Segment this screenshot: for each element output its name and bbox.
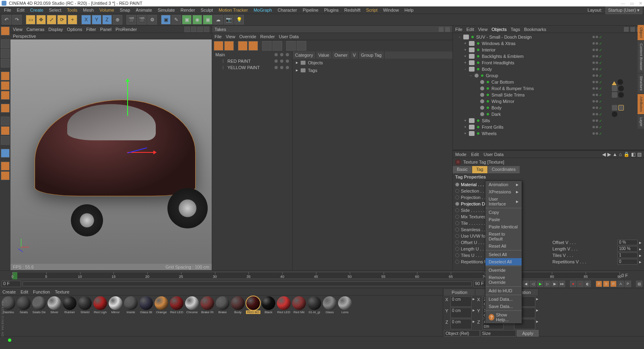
apply-button[interactable]: Apply	[517, 330, 539, 337]
ctx-xpressions[interactable]: XPressions▶	[485, 188, 522, 195]
undo-button[interactable]: ↶	[2, 15, 11, 25]
vp-menu-options[interactable]: Options	[67, 27, 82, 32]
planar-workplane[interactable]	[1, 171, 10, 180]
takes-menu-file[interactable]: File	[215, 34, 222, 39]
tl-dopesheet-button[interactable]: ▤	[636, 281, 642, 287]
obj-menu-view[interactable]: View	[478, 27, 488, 32]
vp-menu-prorender[interactable]: ProRender	[116, 27, 137, 32]
take-marked2-icon[interactable]	[297, 41, 306, 51]
y-axis-toggle[interactable]: Y	[92, 15, 101, 25]
material-lens[interactable]: Lens	[337, 296, 353, 316]
obj-group[interactable]: -Group✓	[453, 72, 644, 79]
attr-tab-basic[interactable]: Basic	[453, 166, 472, 173]
tag-icon[interactable]	[612, 111, 617, 117]
material-shield[interactable]: Shield	[77, 296, 93, 316]
vp-orbit-icon[interactable]	[197, 27, 203, 32]
material-silver[interactable]: Silver	[47, 296, 62, 316]
timeline-ruler[interactable]: 051015202530354045505560657075808590 0 F	[0, 270, 644, 280]
takes-menu-user-data[interactable]: User Data	[279, 34, 299, 39]
tl-range-slider[interactable]	[23, 281, 472, 286]
ctx-deselect-all[interactable]: Deselect All	[485, 258, 522, 265]
texture-mode[interactable]	[1, 49, 10, 58]
obj-menu-bookmarks[interactable]: Bookmarks	[524, 27, 546, 32]
menu-script[interactable]: Script	[364, 7, 380, 13]
deformer[interactable]: ▣	[203, 15, 213, 25]
tl-autokey-button[interactable]: ○	[577, 281, 584, 287]
attr-use-uvw-for-bump[interactable]: Use UVW for Bump . . . . . . . . .	[455, 233, 642, 239]
obj-menu-file[interactable]: File	[455, 27, 462, 32]
side-tab-object[interactable]: Object	[638, 25, 644, 40]
menu-animate[interactable]: Animate	[133, 7, 154, 13]
take-main[interactable]: Main	[212, 51, 292, 58]
menu-sculpt[interactable]: Sculpt	[198, 7, 216, 13]
obj-suv-small-dosch-design[interactable]: -SUV - Small - Dosch Design✓	[453, 34, 644, 40]
vp-menu-filter[interactable]: Filter	[86, 27, 96, 32]
material-red-led[interactable]: Red LED	[276, 296, 291, 316]
attr-repetitions-v[interactable]: Repetitions V . . .0▸	[553, 259, 642, 265]
edge-mode[interactable]	[1, 81, 10, 90]
make-editable[interactable]	[1, 27, 10, 35]
viewport-solo[interactable]	[1, 117, 10, 125]
tl-rot-toggle[interactable]: R	[610, 281, 617, 287]
tag-icon[interactable]	[612, 79, 617, 85]
material-rubber[interactable]: Rubber	[62, 296, 77, 316]
tl-nextkey-button[interactable]: ▶	[551, 281, 558, 287]
menu-create[interactable]: Create	[28, 7, 46, 13]
menu-simulate[interactable]: Simulate	[155, 7, 178, 13]
obj-front-headlights[interactable]: +Front Headlights✓	[453, 60, 644, 66]
take-lock-icon[interactable]	[224, 41, 234, 51]
attr-tab-tag[interactable]: Tag	[472, 166, 488, 173]
obj-body[interactable]: -Body✓	[453, 66, 644, 72]
material-red-ligh[interactable]: Red Ligh	[93, 296, 108, 316]
material-glass-bl[interactable]: Glass Bl	[138, 296, 154, 316]
vp-menu-view[interactable]: View	[13, 27, 23, 32]
workplane[interactable]	[1, 149, 10, 158]
tl-last-button[interactable]: ⏭	[559, 281, 565, 287]
takes-menu-view[interactable]: View	[226, 34, 235, 39]
environment[interactable]: ☁	[213, 15, 223, 25]
snap-settings[interactable]	[1, 136, 10, 145]
x-axis-toggle[interactable]: X	[81, 15, 91, 25]
obj-sills[interactable]: +Sills✓	[453, 117, 644, 124]
attr-side[interactable]: Side . . . . . . . . .	[455, 207, 642, 214]
menu-mesh[interactable]: Mesh	[80, 7, 96, 13]
workplane-mode[interactable]	[1, 59, 10, 68]
tag-icon[interactable]	[612, 92, 617, 98]
vp-menu-panel[interactable]: Panel	[100, 27, 111, 32]
mat-menu-texture[interactable]: Texture	[55, 289, 69, 294]
obj-small-side-trims[interactable]: Small Side Trims✓	[453, 92, 644, 98]
camera[interactable]: 📷	[224, 15, 233, 25]
generator[interactable]: ◉	[192, 15, 202, 25]
mat-menu-create[interactable]: Create	[2, 289, 16, 294]
menu-snap[interactable]: Snap	[118, 7, 133, 13]
cube-primitive[interactable]: ▣	[161, 15, 171, 25]
material-red-bo[interactable]: RED BO	[246, 296, 261, 316]
take-yellow-paint[interactable]: ⸽YELLOW PAINT	[212, 64, 292, 71]
maximize-button[interactable]: ▭	[630, 1, 634, 6]
subdivision[interactable]: ▣	[182, 15, 192, 25]
panel-menu-icon[interactable]	[439, 27, 444, 32]
menu-volume[interactable]: Volume	[97, 7, 117, 13]
attr-menu-user-data[interactable]: User Data	[484, 152, 504, 157]
attr-menu-edit[interactable]: Edit	[471, 152, 479, 157]
menu-redshift[interactable]: Redshift	[342, 7, 363, 13]
takes-tree[interactable]: Main⸽RED PAINT⸽YELLOW PAINT	[212, 51, 293, 270]
attr-length-v[interactable]: Length V . . .100 %▸	[553, 246, 642, 252]
obj-interior[interactable]: +Interior✓	[453, 47, 644, 53]
tag-icon[interactable]	[618, 92, 624, 98]
take-render-icon[interactable]	[262, 41, 272, 51]
coord-system[interactable]: ⊕	[113, 15, 122, 25]
take-new-icon[interactable]	[238, 41, 248, 51]
take-auto-icon[interactable]	[214, 41, 223, 51]
coord-size-dropdown[interactable]: Size	[481, 330, 516, 337]
ctx-reset-all[interactable]: Reset All	[485, 242, 522, 250]
ctx-animation[interactable]: Animation▶	[485, 181, 522, 188]
menu-file[interactable]: File	[2, 7, 14, 13]
material--bl-gl[interactable]: 01-bl_gl	[307, 296, 322, 316]
material-inside[interactable]: Inside	[123, 296, 138, 316]
attr-tab-coordinates[interactable]: Coordinates	[488, 166, 520, 173]
vp-zoom-icon[interactable]	[191, 27, 196, 32]
menu-motion-tracker[interactable]: Motion Tracker	[216, 7, 250, 13]
material-orange[interactable]: Orange	[154, 296, 169, 316]
materials-grid[interactable]: DashboSeatsSeats DeSilverRubberShieldRed…	[0, 296, 443, 336]
